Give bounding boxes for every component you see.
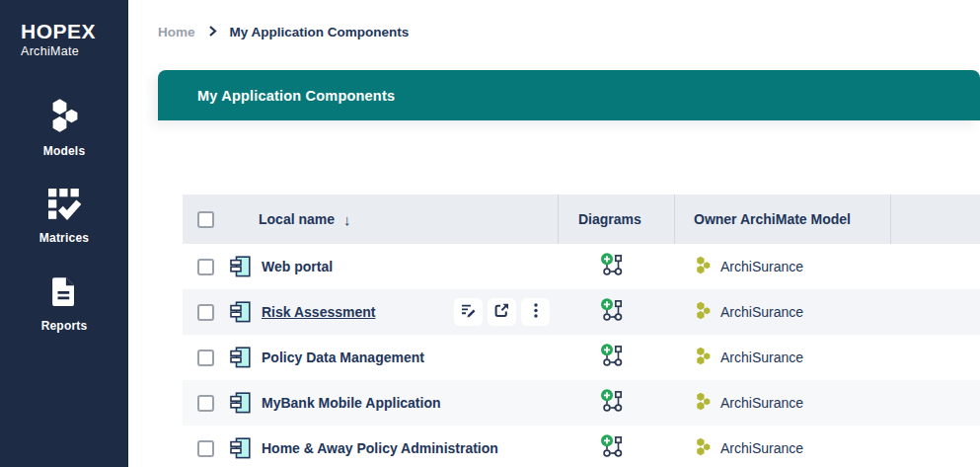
row-name-cell: Home & Away Policy Administration — [222, 426, 558, 467]
diagram-icon[interactable] — [600, 389, 625, 417]
diagram-icon[interactable] — [600, 298, 625, 326]
row-diagrams-cell — [558, 253, 674, 280]
column-header-empty — [890, 195, 980, 244]
row-select-cell — [183, 350, 222, 366]
table-header-row: Local name ↓ Diagrams Owner ArchiMate Mo… — [183, 195, 980, 244]
row-hover-actions — [454, 298, 550, 326]
application-component-icon — [230, 256, 251, 277]
open-in-new-window-button[interactable] — [488, 298, 516, 326]
diagram-icon[interactable] — [600, 434, 625, 462]
breadcrumb-home-link[interactable]: Home — [158, 25, 195, 39]
row-checkbox[interactable] — [197, 395, 214, 412]
sidebar-item-reports[interactable]: Reports — [41, 275, 88, 333]
page-title: My Application Components — [158, 88, 395, 104]
app-logo: HOPEX ArchiMate — [0, 0, 128, 58]
table-body: Web portal — [183, 244, 980, 467]
hexagon-cluster-icon — [693, 347, 713, 369]
row-diagrams-cell — [558, 344, 674, 371]
hexagon-cluster-icon — [693, 256, 713, 278]
sidebar-nav: Models Matrices — [0, 98, 128, 333]
breadcrumb-current-page: My Application Components — [230, 25, 410, 39]
row-checkbox[interactable] — [197, 259, 214, 275]
table-row[interactable]: Web portal — [183, 244, 980, 289]
sidebar-item-label: Models — [43, 144, 86, 158]
open-in-new-icon — [494, 303, 509, 321]
column-header-diagrams[interactable]: Diagrams — [558, 195, 674, 244]
row-name[interactable]: Risk Assessment — [262, 304, 375, 320]
application-component-icon — [230, 301, 251, 323]
matrix-check-icon — [47, 189, 81, 224]
diagram-icon[interactable] — [600, 253, 625, 280]
owner-name[interactable]: ArchiSurance — [720, 395, 803, 411]
owner-name[interactable]: ArchiSurance — [720, 440, 803, 456]
row-select-cell — [183, 440, 222, 457]
row-owner-cell: ArchiSurance — [674, 437, 890, 460]
row-owner-cell: ArchiSurance — [674, 301, 890, 324]
kebab-menu-icon — [534, 303, 538, 321]
edit-button[interactable] — [454, 298, 483, 326]
hexagon-cluster-icon — [693, 301, 713, 324]
select-all-checkbox[interactable] — [197, 211, 214, 228]
row-name-cell: Policy Data Management — [222, 335, 558, 380]
app-name: HOPEX — [21, 20, 128, 43]
sort-descending-icon[interactable]: ↓ — [343, 211, 351, 228]
owner-name[interactable]: ArchiSurance — [720, 350, 803, 365]
table-row[interactable]: MyBank Mobile Application — [183, 380, 980, 426]
hexagon-cluster-icon — [693, 437, 713, 460]
owner-name[interactable]: ArchiSurance — [720, 259, 803, 274]
diagram-icon[interactable] — [600, 344, 625, 371]
more-options-button[interactable] — [521, 298, 550, 326]
row-name-cell: Web portal — [222, 244, 558, 289]
app-edition: ArchiMate — [21, 44, 128, 58]
document-icon — [49, 275, 79, 312]
row-checkbox[interactable] — [197, 350, 214, 366]
column-header-owner[interactable]: Owner ArchiMate Model — [674, 195, 890, 244]
sidebar-item-matrices[interactable]: Matrices — [39, 189, 89, 245]
header-select-cell — [183, 195, 222, 244]
table-row[interactable]: Policy Data Management — [183, 335, 980, 380]
owner-name[interactable]: ArchiSurance — [720, 304, 803, 320]
hexagon-cluster-icon — [45, 98, 82, 137]
row-name[interactable]: Policy Data Management — [262, 350, 424, 365]
row-name-cell: Risk Assessment — [222, 289, 558, 335]
table-row[interactable]: Risk Assessment — [183, 289, 980, 335]
edit-icon — [461, 303, 476, 321]
components-table: Local name ↓ Diagrams Owner ArchiMate Mo… — [183, 195, 980, 467]
row-name-cell: MyBank Mobile Application — [222, 380, 558, 426]
row-diagrams-cell — [558, 389, 674, 417]
application-component-icon — [230, 347, 251, 368]
application-component-icon — [230, 392, 251, 414]
row-owner-cell: ArchiSurance — [674, 347, 890, 369]
application-component-icon — [230, 437, 251, 459]
row-checkbox[interactable] — [197, 440, 214, 457]
panel-header: My Application Components — [158, 70, 980, 120]
hexagon-cluster-icon — [693, 392, 713, 415]
row-owner-cell: ArchiSurance — [674, 256, 890, 278]
row-select-cell — [183, 259, 222, 275]
row-diagrams-cell — [558, 434, 674, 462]
chevron-right-icon — [208, 25, 217, 39]
row-diagrams-cell — [558, 298, 674, 326]
app-window: HOPEX ArchiMate Models — [0, 0, 980, 467]
row-name[interactable]: Web portal — [262, 259, 333, 274]
sidebar: HOPEX ArchiMate Models — [0, 0, 128, 467]
row-name[interactable]: Home & Away Policy Administration — [262, 440, 498, 456]
row-select-cell — [183, 304, 222, 321]
row-name[interactable]: MyBank Mobile Application — [262, 395, 441, 411]
sidebar-item-label: Reports — [41, 319, 88, 333]
breadcrumb: Home My Application Components — [158, 25, 409, 39]
table-row[interactable]: Home & Away Policy Administration — [183, 426, 980, 467]
sidebar-item-models[interactable]: Models — [43, 98, 86, 158]
column-header-local-name[interactable]: Local name ↓ — [222, 195, 558, 244]
sidebar-item-label: Matrices — [39, 231, 89, 245]
row-owner-cell: ArchiSurance — [674, 392, 890, 415]
row-checkbox[interactable] — [197, 304, 214, 321]
main-content: Home My Application Components My Applic… — [128, 0, 980, 467]
row-select-cell — [183, 395, 222, 412]
